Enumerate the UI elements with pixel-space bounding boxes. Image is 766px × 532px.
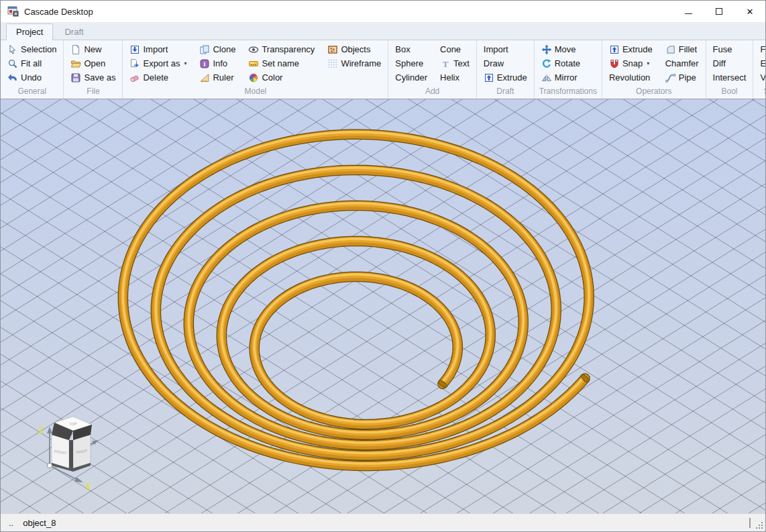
- magnet-icon: [609, 58, 620, 69]
- extrude-button[interactable]: Extrude: [480, 70, 531, 85]
- open-button[interactable]: Open: [67, 56, 119, 70]
- transparency-button[interactable]: Transparency: [245, 42, 318, 56]
- set-name-button[interactable]: Set name: [245, 56, 318, 70]
- ribbon-group-bool: FuseDiffIntersectBool: [706, 40, 754, 99]
- objects-icon: [327, 44, 338, 55]
- status-selected-object[interactable]: object_8: [23, 518, 56, 528]
- export-icon: [129, 58, 140, 69]
- axis-origin: [47, 463, 52, 468]
- objects-button[interactable]: Objects: [324, 42, 384, 56]
- button-label: Diff: [713, 58, 726, 68]
- text-button[interactable]: TText: [437, 56, 473, 70]
- import-button[interactable]: Import: [126, 42, 190, 56]
- button-label: Clone: [213, 44, 235, 54]
- status-tree-root[interactable]: ..: [9, 518, 13, 528]
- close-button[interactable]: ✕: [734, 1, 765, 22]
- group-label: Bool: [710, 85, 750, 99]
- undo-button[interactable]: Undo: [4, 70, 60, 85]
- ruler-button[interactable]: Ruler: [196, 70, 239, 85]
- chevron-down-icon[interactable]: ▾: [647, 60, 649, 66]
- ribbon-group-selection-mode: FaceEdgeVertexShapeWireSelection mode: [753, 40, 765, 99]
- face-button[interactable]: Face: [757, 42, 765, 56]
- sphere-button[interactable]: Sphere: [392, 56, 431, 70]
- clone-button[interactable]: Clone: [196, 42, 239, 56]
- group-label: Transformations: [538, 85, 598, 99]
- ribbon-group-transformations: MoveRotateMirrorTransformations: [535, 40, 602, 99]
- diff-button[interactable]: Diff: [710, 56, 750, 70]
- color-button[interactable]: Color: [245, 70, 318, 85]
- resize-grip[interactable]: [755, 521, 763, 529]
- button-label: New: [84, 44, 101, 54]
- button-label: Undo: [21, 72, 42, 83]
- svg-text:i: i: [204, 60, 206, 68]
- snap-button[interactable]: Snap▾: [606, 56, 656, 70]
- tab-project[interactable]: Project: [6, 23, 53, 40]
- group-label: Model: [126, 85, 384, 99]
- tab-draft[interactable]: Draft: [54, 23, 93, 40]
- delete-button[interactable]: Delete: [126, 70, 190, 85]
- pipe-button[interactable]: Pipe: [662, 70, 702, 85]
- button-label: Face: [760, 44, 765, 54]
- ribbon-group-add: BoxSphereCylinderConeTTextHelixAdd: [388, 40, 477, 99]
- button-label: Ruler: [213, 72, 233, 83]
- button-label: Edge: [760, 58, 765, 68]
- new-button[interactable]: New: [67, 42, 119, 56]
- chevron-down-icon[interactable]: ▾: [184, 60, 186, 66]
- export-as-button[interactable]: Export as▾: [126, 56, 190, 70]
- move-button[interactable]: Move: [538, 42, 584, 56]
- rotate-button[interactable]: Rotate: [538, 56, 584, 70]
- ribbon-group-operators: ExtrudeSnap▾RevolutionFilletChamferPipeO…: [602, 40, 706, 99]
- ribbon-tabstrip: Project Draft: [1, 22, 765, 40]
- button-label: Move: [555, 44, 576, 54]
- rotate-icon: [541, 58, 552, 69]
- scene-svg: [1, 99, 765, 513]
- button-label: Transparency: [262, 44, 315, 54]
- button-label: Box: [395, 44, 410, 54]
- wireframe-button[interactable]: Wireframe: [324, 56, 384, 70]
- button-label: Extrude: [497, 72, 527, 83]
- app-window: Cascade Desktop ✕ Project Draft Selectio…: [0, 0, 766, 532]
- chamfer-button[interactable]: Chamfer: [662, 56, 702, 70]
- nav-cube[interactable]: TOPFRONTRIGHTZX: [32, 407, 109, 498]
- info-button[interactable]: iInfo: [196, 56, 239, 70]
- revolution-button[interactable]: Revolution: [606, 70, 656, 85]
- extrude-icon: [609, 44, 620, 55]
- setname-icon: [248, 58, 259, 69]
- button-label: Extrude: [622, 44, 653, 54]
- edge-button[interactable]: Edge: [757, 56, 765, 70]
- fit-all-button[interactable]: Fit all: [4, 56, 60, 70]
- viewport-canvas[interactable]: TOPFRONTRIGHTZX: [1, 99, 765, 513]
- minimize-button[interactable]: [673, 1, 704, 22]
- status-splitter[interactable]: [749, 518, 751, 528]
- axis-x-label: X: [85, 482, 92, 492]
- window-title: Cascade Desktop: [24, 7, 93, 17]
- maximize-button[interactable]: [704, 1, 734, 22]
- wireframe-icon: [327, 58, 338, 69]
- clone-icon: [199, 44, 210, 55]
- helix-button[interactable]: Helix: [437, 70, 473, 85]
- extrude-button[interactable]: Extrude: [606, 42, 656, 56]
- ruler-icon: [199, 72, 210, 83]
- close-icon: ✕: [747, 7, 754, 16]
- pipe-icon: [665, 72, 676, 83]
- ribbon-group-model: ImportExport as▾DeleteCloneiInfoRulerTra…: [123, 40, 388, 99]
- fillet-button[interactable]: Fillet: [662, 42, 702, 56]
- selection-button[interactable]: Selection: [4, 42, 60, 56]
- status-bar: .. object_8: [1, 513, 765, 531]
- import-button[interactable]: Import: [480, 42, 531, 56]
- save-as-button[interactable]: Save as: [67, 70, 119, 85]
- info-icon: i: [199, 58, 210, 69]
- intersect-button[interactable]: Intersect: [710, 70, 750, 85]
- maximize-icon: [716, 8, 722, 15]
- draw-button[interactable]: Draw: [480, 56, 531, 70]
- cylinder-button[interactable]: Cylinder: [392, 70, 431, 85]
- fuse-button[interactable]: Fuse: [710, 42, 750, 56]
- button-label: Helix: [440, 72, 459, 83]
- button-label: Export as: [143, 58, 180, 68]
- floppy-icon: [70, 72, 81, 83]
- mirror-button[interactable]: Mirror: [538, 70, 584, 85]
- colorwheel-icon: [248, 72, 259, 83]
- box-button[interactable]: Box: [392, 42, 431, 56]
- cone-button[interactable]: Cone: [437, 42, 473, 56]
- vertex-button[interactable]: Vertex: [757, 70, 765, 85]
